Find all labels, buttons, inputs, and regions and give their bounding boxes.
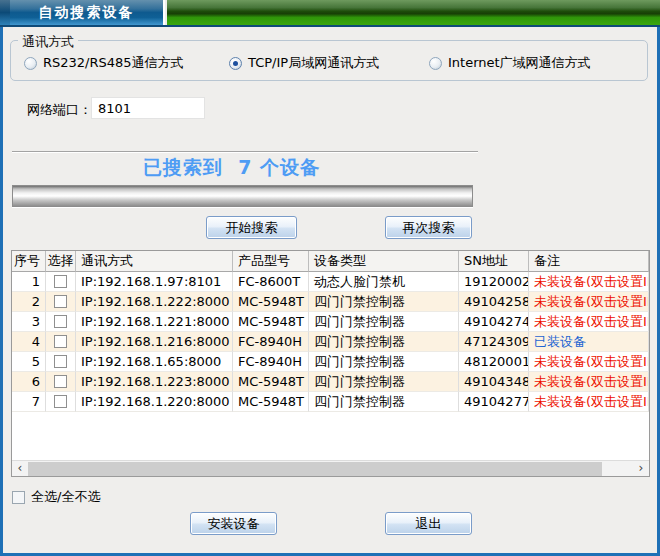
row-sn-cell: 49104348 xyxy=(459,372,529,392)
table-row[interactable]: 5IP:192.168.1.65:8000FC-8940H四门门禁控制器4812… xyxy=(12,352,649,372)
row-model-cell: MC-5948T xyxy=(233,312,309,332)
row-remark-cell: 未装设备(双击设置IP xyxy=(529,352,649,372)
row-checkbox[interactable] xyxy=(54,395,67,408)
network-port-input[interactable] xyxy=(91,97,205,119)
select-all-label: 全选/全不选 xyxy=(31,488,100,506)
radio-button-icon[interactable] xyxy=(24,57,37,70)
column-header[interactable]: 选择 xyxy=(46,251,76,272)
row-sn-cell: 48120001 xyxy=(459,352,529,372)
row-model-cell: MC-5948T xyxy=(233,292,309,312)
table-row[interactable]: 1IP:192.168.1.97:8101FC-8600T动态人脸门禁机1912… xyxy=(12,272,649,292)
row-select-cell xyxy=(46,332,76,352)
column-header[interactable]: SN地址 xyxy=(459,251,529,272)
row-remark-cell: 已装设备 xyxy=(529,332,649,352)
horizontal-scrollbar[interactable]: ‹ › xyxy=(12,460,649,476)
row-index-cell: 1 xyxy=(12,272,46,292)
row-checkbox[interactable] xyxy=(54,355,67,368)
row-select-cell xyxy=(46,292,76,312)
column-header[interactable]: 备注 xyxy=(529,251,649,272)
row-devicetype-cell: 四门门禁控制器 xyxy=(309,372,459,392)
row-checkbox[interactable] xyxy=(54,275,67,288)
device-table: 序号选择通讯方式产品型号设备类型SN地址备注 1IP:192.168.1.97:… xyxy=(11,250,650,477)
column-header[interactable]: 序号 xyxy=(12,251,46,272)
exit-button[interactable]: 退出 xyxy=(385,512,472,535)
row-index-cell: 3 xyxy=(12,312,46,332)
radio-option-tcpip[interactable]: TCP/IP局域网通讯方式 xyxy=(229,55,379,71)
row-remark-cell: 未装设备(双击设置IP xyxy=(529,392,649,412)
row-index-cell: 2 xyxy=(12,292,46,312)
row-sn-cell: 47124309 xyxy=(459,332,529,352)
radio-label: RS232/RS485通信方式 xyxy=(43,54,184,72)
radio-button-icon[interactable] xyxy=(429,57,442,70)
row-checkbox[interactable] xyxy=(54,375,67,388)
row-checkbox[interactable] xyxy=(54,335,67,348)
table-row[interactable]: 2IP:192.168.1.222:8000MC-5948T四门门禁控制器491… xyxy=(12,292,649,312)
start-search-button[interactable]: 开始搜索 xyxy=(206,216,297,239)
table-row[interactable]: 7IP:192.168.1.220:8000MC-5948T四门门禁控制器491… xyxy=(12,392,649,412)
row-comm-cell: IP:192.168.1.222:8000 xyxy=(76,292,233,312)
search-progress-bar xyxy=(12,185,473,207)
row-select-cell xyxy=(46,372,76,392)
titlebar-green-bar xyxy=(167,0,660,25)
row-comm-cell: IP:192.168.1.220:8000 xyxy=(76,392,233,412)
radio-option-rs232[interactable]: RS232/RS485通信方式 xyxy=(24,55,184,71)
separator-line xyxy=(12,151,478,153)
install-device-button[interactable]: 安装设备 xyxy=(190,512,277,535)
row-model-cell: MC-5948T xyxy=(233,372,309,392)
row-index-cell: 6 xyxy=(12,372,46,392)
row-comm-cell: IP:192.168.1.216:8000 xyxy=(76,332,233,352)
column-header[interactable]: 设备类型 xyxy=(309,251,459,272)
select-all-checkbox[interactable] xyxy=(12,491,25,504)
row-comm-cell: IP:192.168.1.97:8101 xyxy=(76,272,233,292)
radio-label: TCP/IP局域网通讯方式 xyxy=(248,54,379,72)
row-sn-cell: 49104277 xyxy=(459,392,529,412)
column-header[interactable]: 产品型号 xyxy=(233,251,309,272)
row-sn-cell: 49104258 xyxy=(459,292,529,312)
row-model-cell: FC-8940H xyxy=(233,332,309,352)
row-remark-cell: 未装设备(双击设置IP xyxy=(529,292,649,312)
table-row[interactable]: 6IP:192.168.1.223:8000MC-5948T四门门禁控制器491… xyxy=(12,372,649,392)
title-bar: 自动搜索设备 xyxy=(0,0,660,25)
row-devicetype-cell: 四门门禁控制器 xyxy=(309,312,459,332)
search-result-text: 已搜索到 7 个设备 xyxy=(143,155,320,181)
network-port-label: 网络端口： xyxy=(27,101,92,119)
row-comm-cell: IP:192.168.1.223:8000 xyxy=(76,372,233,392)
row-devicetype-cell: 四门门禁控制器 xyxy=(309,292,459,312)
row-select-cell xyxy=(46,312,76,332)
select-all-checkbox-row[interactable]: 全选/全不选 xyxy=(12,488,100,506)
row-model-cell: FC-8940H xyxy=(233,352,309,372)
row-sn-cell: 49104274 xyxy=(459,312,529,332)
row-select-cell xyxy=(46,392,76,412)
row-checkbox[interactable] xyxy=(54,295,67,308)
row-select-cell xyxy=(46,352,76,372)
row-remark-cell: 未装设备(双击设置IP xyxy=(529,312,649,332)
window-border-left xyxy=(0,27,3,556)
comm-group-legend: 通讯方式 xyxy=(18,33,78,51)
window-title-tab[interactable]: 自动搜索设备 xyxy=(10,0,165,25)
table-body: 1IP:192.168.1.97:8101FC-8600T动态人脸门禁机1912… xyxy=(12,272,649,412)
scrollbar-thumb[interactable] xyxy=(28,462,602,476)
row-comm-cell: IP:192.168.1.221:8000 xyxy=(76,312,233,332)
row-model-cell: FC-8600T xyxy=(233,272,309,292)
table-row[interactable]: 4IP:192.168.1.216:8000FC-8940H四门门禁控制器471… xyxy=(12,332,649,352)
row-index-cell: 7 xyxy=(12,392,46,412)
titlebar-left-segment xyxy=(0,0,10,25)
scroll-left-arrow-icon[interactable]: ‹ xyxy=(12,461,28,476)
row-devicetype-cell: 四门门禁控制器 xyxy=(309,392,459,412)
radio-option-internet[interactable]: Internet广域网通信方式 xyxy=(429,55,591,71)
titlebar-underline xyxy=(0,25,660,27)
row-remark-cell: 未装设备(双击设置IP xyxy=(529,372,649,392)
row-sn-cell: 19120002 xyxy=(459,272,529,292)
search-again-button[interactable]: 再次搜索 xyxy=(385,216,472,239)
radio-label: Internet广域网通信方式 xyxy=(448,54,591,72)
row-devicetype-cell: 动态人脸门禁机 xyxy=(309,272,459,292)
row-select-cell xyxy=(46,272,76,292)
table-row[interactable]: 3IP:192.168.1.221:8000MC-5948T四门门禁控制器491… xyxy=(12,312,649,332)
row-devicetype-cell: 四门门禁控制器 xyxy=(309,332,459,352)
scroll-right-arrow-icon[interactable]: › xyxy=(633,461,649,476)
column-header[interactable]: 通讯方式 xyxy=(76,251,233,272)
window-title: 自动搜索设备 xyxy=(39,4,135,20)
row-checkbox[interactable] xyxy=(54,315,67,328)
row-index-cell: 5 xyxy=(12,352,46,372)
radio-button-icon[interactable] xyxy=(229,57,242,70)
